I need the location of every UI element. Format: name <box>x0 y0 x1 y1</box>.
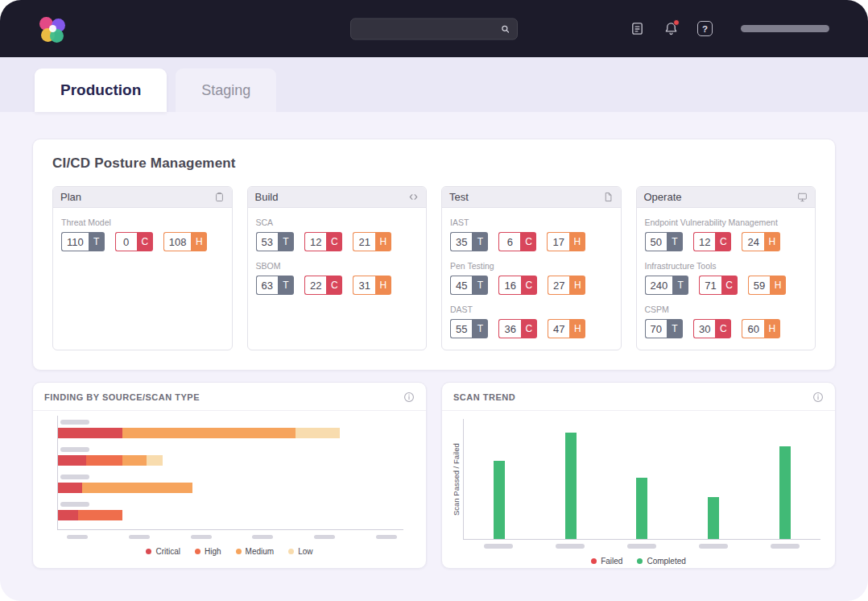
scan-group-label: DAST <box>450 305 613 314</box>
stat-critical[interactable]: 22C <box>304 276 342 295</box>
stat-high-badge: H <box>569 319 585 338</box>
stat-row: 35T6C17H <box>450 232 613 251</box>
stat-critical[interactable]: 16C <box>498 276 536 295</box>
scan-group: Threat Model110T0C108H <box>61 218 224 251</box>
stat-critical-badge: C <box>326 276 342 295</box>
x-axis-labels <box>463 540 820 549</box>
stat-high[interactable]: 24H <box>742 232 779 251</box>
stat-high-badge: H <box>770 276 786 295</box>
stat-row: 55T36C47H <box>450 319 613 338</box>
stat-critical-badge: C <box>521 276 537 295</box>
stat-critical-badge: C <box>521 319 537 338</box>
app-window: ? ProductionStaging CI/CD Posture Manage… <box>0 0 868 601</box>
stat-total[interactable]: 110T <box>61 232 105 251</box>
stat-high-badge: H <box>375 276 391 295</box>
hidden-category-label <box>60 447 89 452</box>
stat-high[interactable]: 60H <box>742 319 779 338</box>
trend-bar-completed <box>636 478 647 540</box>
stat-high[interactable]: 21H <box>353 232 391 251</box>
info-icon[interactable] <box>812 392 824 403</box>
main-content: CI/CD Posture Management PlanThreat Mode… <box>0 112 868 601</box>
stat-critical-value: 0 <box>115 232 137 251</box>
posture-column-header: Operate <box>637 187 816 208</box>
stat-row: 110T0C108H <box>61 232 224 251</box>
posture-column-header: Plan <box>53 187 232 208</box>
legend-item-critical: Critical <box>146 547 180 556</box>
app-logo-icon[interactable] <box>39 15 66 43</box>
stat-high[interactable]: 108H <box>163 232 208 251</box>
stat-total-badge: T <box>667 319 683 338</box>
stat-total[interactable]: 55T <box>450 319 488 338</box>
bar-segment-high <box>78 510 122 520</box>
stat-total[interactable]: 240T <box>645 276 689 295</box>
stat-critical[interactable]: 71C <box>699 276 737 295</box>
posture-column-header: Test <box>442 187 621 208</box>
stat-critical[interactable]: 12C <box>304 232 342 251</box>
stat-critical[interactable]: 0C <box>115 232 153 251</box>
legend-label: Critical <box>155 547 180 556</box>
stat-row: 50T12C24H <box>645 232 808 251</box>
stat-total[interactable]: 50T <box>645 232 683 251</box>
scan-group-label: SBOM <box>256 261 419 271</box>
help-icon[interactable]: ? <box>697 21 713 36</box>
hidden-category-label <box>60 502 89 507</box>
hidden-axis-label <box>484 544 513 549</box>
posture-column-title: Build <box>255 191 279 203</box>
stat-total-badge: T <box>472 319 488 338</box>
info-icon[interactable] <box>403 392 415 403</box>
stat-high-value: 31 <box>353 276 374 295</box>
stat-high[interactable]: 17H <box>547 232 585 251</box>
stat-critical-value: 36 <box>498 319 520 338</box>
tab-staging[interactable]: Staging <box>176 68 276 112</box>
posture-card: CI/CD Posture Management PlanThreat Mode… <box>32 139 836 371</box>
bar-segment-critical <box>58 428 122 438</box>
user-menu-placeholder[interactable] <box>741 25 829 32</box>
scan-trend-chart: Scan Passed / Failed <box>452 419 820 549</box>
stat-total-badge: T <box>472 232 488 251</box>
stat-total-badge: T <box>89 232 105 251</box>
bar-segment-critical <box>58 510 78 520</box>
stat-total-value: 35 <box>450 232 472 251</box>
stat-critical-value: 6 <box>498 232 520 251</box>
stat-high-value: 21 <box>353 232 374 251</box>
finding-bar-row <box>58 475 403 493</box>
hidden-axis-label <box>314 535 335 539</box>
stat-high[interactable]: 59H <box>748 276 786 295</box>
clipboard-icon <box>214 192 225 202</box>
stat-high-value: 108 <box>163 232 192 251</box>
posture-columns: PlanThreat Model110T0C108HBuildSCA53T12C… <box>52 186 816 350</box>
global-search[interactable] <box>350 18 518 39</box>
bell-icon[interactable] <box>663 21 679 36</box>
search-icon[interactable] <box>500 23 510 34</box>
stacked-bar <box>58 510 403 520</box>
legend-dot <box>288 549 294 554</box>
stat-total[interactable]: 63T <box>256 276 294 295</box>
legend-label: Low <box>298 547 312 556</box>
stat-high[interactable]: 31H <box>353 276 391 295</box>
findings-chart <box>57 416 413 539</box>
stat-total[interactable]: 35T <box>450 232 488 251</box>
tasks-icon[interactable] <box>630 21 645 36</box>
scan-group: Endpoint Vulnerability Management50T12C2… <box>645 218 808 251</box>
search-input[interactable] <box>359 23 500 35</box>
scan-group-label: Infrastructure Tools <box>645 261 808 271</box>
stat-total[interactable]: 53T <box>256 232 294 251</box>
hidden-axis-label <box>191 535 212 539</box>
stat-critical[interactable]: 30C <box>693 319 731 338</box>
trend-bar-completed <box>565 433 577 539</box>
y-axis-label: Scan Passed / Failed <box>452 419 461 540</box>
stat-total[interactable]: 45T <box>450 276 488 295</box>
tab-production[interactable]: Production <box>35 68 167 112</box>
stat-critical[interactable]: 6C <box>498 232 536 251</box>
stat-critical[interactable]: 12C <box>693 232 731 251</box>
posture-column-plan: PlanThreat Model110T0C108H <box>52 186 233 350</box>
posture-column-title: Operate <box>644 191 682 203</box>
stat-high[interactable]: 47H <box>548 319 585 338</box>
stat-total[interactable]: 70T <box>645 319 683 338</box>
stat-high[interactable]: 27H <box>548 276 585 295</box>
posture-title: CI/CD Posture Management <box>52 155 816 172</box>
stat-critical[interactable]: 36C <box>498 319 536 338</box>
legend-label: Medium <box>246 547 275 556</box>
stat-total-badge: T <box>472 276 488 295</box>
legend-dot <box>195 549 200 554</box>
